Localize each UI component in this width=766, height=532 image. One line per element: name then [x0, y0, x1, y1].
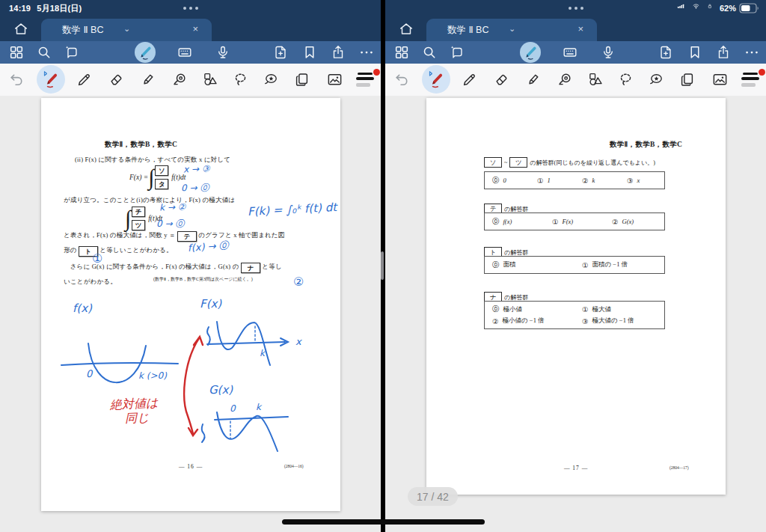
status-bar: 62% [385, 0, 766, 16]
cellular-signal-icon [676, 2, 689, 13]
notification-dot [373, 69, 380, 76]
answer-group-label: ソ ~ ツ の解答群(同じものを繰り返し選んでもよい。) [484, 157, 655, 168]
microphone-icon[interactable] [600, 44, 616, 61]
tape-tool-icon[interactable] [557, 71, 574, 88]
more-options-icon[interactable] [744, 44, 760, 61]
pages-tool-icon[interactable] [678, 71, 696, 88]
tab-bar: 数学 Ⅱ BC ⌄ × [0, 16, 381, 41]
clock: 14:19 [9, 4, 31, 13]
answer-table: ⓪極小値 ①極大値 ②極小値の −1 倍 ③極大値の −1 倍 [484, 301, 665, 329]
home-icon[interactable] [398, 21, 414, 37]
lasso-tool-icon[interactable] [232, 71, 249, 88]
keyboard-icon[interactable] [177, 44, 193, 61]
continue-note: (数学Ⅱ，数学B，数学C第3問は次ページに続く。) [153, 276, 253, 283]
sticker-tool-icon[interactable] [263, 71, 280, 88]
problem-line: 形の ト と等しいことがわかる。 [64, 246, 173, 257]
home-indicator[interactable] [282, 519, 485, 525]
lasso-tool-icon[interactable] [617, 71, 634, 88]
tab-close-icon[interactable]: × [577, 23, 583, 34]
thumbnails-grid-icon[interactable] [8, 44, 25, 61]
chevron-down-icon[interactable]: ⌄ [123, 24, 130, 34]
ink-label-zero: 0 [86, 368, 92, 379]
answer-box-ta: タ [155, 179, 168, 189]
ink-side-formula: F(k) = ∫₀ᵏ f(t) dt [248, 201, 337, 218]
pencil-tool-icon[interactable] [461, 71, 478, 88]
stroke-width-icon[interactable] [356, 71, 379, 87]
page-title: 数学Ⅱ，数学B，数学C [105, 140, 177, 150]
eraser-tool-icon[interactable] [493, 71, 510, 88]
answer-box-tsu: ツ [132, 220, 145, 230]
split-divider-scroll-handle[interactable] [381, 251, 384, 280]
ink-label-Fx: F(x) [200, 297, 221, 311]
search-icon[interactable] [36, 44, 52, 61]
page-indicator-badge: 17 / 42 [408, 487, 458, 506]
pages-tool-icon[interactable] [293, 71, 310, 88]
main-toolbar [0, 41, 381, 64]
ink-label-k3: k [260, 348, 265, 358]
stroke-width-icon[interactable] [741, 71, 764, 87]
image-tool-icon[interactable] [711, 71, 729, 88]
lasso-select-icon[interactable] [64, 44, 80, 61]
ink-label-kpos: k (>0) [138, 370, 167, 381]
chevron-down-icon[interactable]: ⌄ [509, 24, 515, 34]
ink-circled-1: ① [92, 251, 102, 266]
pen-tools-toolbar [385, 64, 766, 97]
keyboard-icon[interactable] [562, 44, 578, 61]
battery-icon [739, 3, 760, 13]
add-page-icon[interactable] [658, 44, 674, 61]
date: 5月18日(日) [37, 4, 82, 13]
multitask-dots-icon[interactable] [569, 7, 583, 10]
ink-label-fx: f(x) [73, 302, 92, 315]
undo-icon[interactable] [8, 71, 25, 88]
pen-mode-button[interactable] [520, 42, 541, 63]
search-icon[interactable] [421, 44, 438, 61]
pen-mode-button[interactable] [135, 42, 156, 63]
thumbnails-grid-icon[interactable] [393, 44, 410, 61]
multitask-dots-icon[interactable] [183, 7, 198, 10]
tab-close-icon[interactable]: × [192, 23, 198, 34]
battery-percent: 62% [720, 4, 736, 13]
tape-tool-icon[interactable] [171, 71, 189, 88]
document-tab[interactable]: 数学 Ⅱ BC ⌄ × [426, 19, 597, 41]
shapes-tool-icon[interactable] [202, 71, 219, 88]
sticker-tool-icon[interactable] [648, 71, 665, 88]
undo-icon[interactable] [393, 71, 411, 88]
problem-line: と表され，F(x) の極大値は，関数 y ＝ テ のグラフと x 軸で囲まれた図 [64, 231, 285, 242]
tab-title: 数学 Ⅱ BC [447, 24, 488, 37]
add-page-icon[interactable] [272, 44, 289, 61]
ink-note-fx: f(x) → ⓪ [187, 239, 229, 255]
answer-table: ⓪0 ①1 ②k ③x [484, 171, 665, 189]
shapes-tool-icon[interactable] [587, 71, 604, 88]
main-toolbar [385, 41, 766, 64]
bookmark-icon[interactable] [301, 44, 318, 61]
ink-label-Gx: G(x) [209, 383, 233, 397]
fountain-pen-tool-selected[interactable] [37, 65, 65, 94]
more-options-icon[interactable] [358, 44, 375, 61]
bookmark-icon[interactable] [687, 44, 703, 61]
pencil-tool-icon[interactable] [76, 71, 93, 88]
highlighter-tool-icon[interactable] [140, 71, 157, 88]
answer-table: ⓪面積 ①面積の −1 倍 [484, 256, 665, 274]
answer-box-so: ソ [155, 165, 168, 176]
eraser-tool-icon[interactable] [108, 71, 125, 88]
document-page-17[interactable]: 数学Ⅱ，数学B，数学C ソ ~ ツ の解答群(同じものを繰り返し選んでもよい。)… [426, 98, 726, 495]
fountain-pen-tool-selected[interactable] [422, 65, 450, 94]
page-code: (2804—17) [670, 465, 689, 470]
document-page-16[interactable]: 数学Ⅱ，数学B，数学C (ii) F(x) に関する条件から，すべての実数 x … [41, 98, 340, 511]
left-split-pane: 14:195月18日(日) 数学 Ⅱ BC ⌄ × [0, 0, 381, 532]
fountain-pen-icon [426, 70, 446, 89]
share-icon[interactable] [330, 44, 346, 61]
share-icon[interactable] [715, 44, 732, 61]
right-split-pane: 62% 数学 Ⅱ BC ⌄ × [385, 0, 766, 532]
left-canvas[interactable]: 数学Ⅱ，数学B，数学C (ii) F(x) に関する条件から，すべての実数 x … [0, 96, 381, 532]
highlighter-tool-icon[interactable] [525, 71, 542, 88]
ink-circled-2: ② [293, 275, 304, 289]
document-tab[interactable]: 数学 Ⅱ BC ⌄ × [41, 19, 212, 41]
formula-1: F(x) = ∫ ソ タ f(t)dt [129, 165, 186, 189]
microphone-icon[interactable] [215, 44, 231, 61]
image-tool-icon[interactable] [326, 71, 343, 88]
home-icon[interactable] [13, 21, 29, 37]
status-bar: 14:195月18日(日) [0, 0, 381, 16]
right-canvas[interactable]: 数学Ⅱ，数学B，数学C ソ ~ ツ の解答群(同じものを繰り返し選んでもよい。)… [385, 96, 766, 532]
lasso-select-icon[interactable] [449, 44, 465, 61]
